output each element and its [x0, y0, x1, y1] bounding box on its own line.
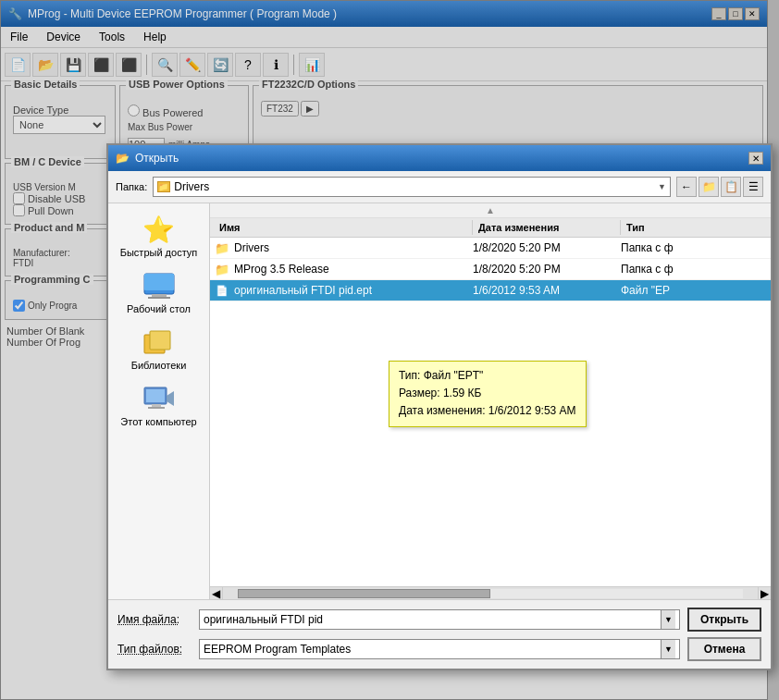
- dialog-bottom: Имя файла: оригинальный FTDI pid ▼ Откры…: [108, 599, 771, 669]
- tooltip-type-value: Файл "EPT": [424, 369, 484, 382]
- file-type-label: Тип файлов:: [117, 643, 192, 656]
- folder-combo[interactable]: 📁 Drivers ▼: [153, 177, 671, 197]
- svg-rect-2: [152, 294, 167, 297]
- tooltip-date-label: Дата изменения:: [399, 404, 486, 417]
- col-header-type[interactable]: Тип: [621, 220, 767, 235]
- file-name-value: оригинальный FTDI pid: [204, 613, 661, 626]
- file-row-ept[interactable]: 📄 оригинальный FTDI pid.ept 1/6/2012 9:5…: [210, 280, 771, 301]
- svg-rect-9: [152, 404, 161, 407]
- file-tooltip: Тип: Файл "EPT" Размер: 1.59 КБ Дата изм…: [389, 361, 587, 427]
- file-row-mprog[interactable]: 📁 MProg 3.5 Release 1/8/2020 5:20 PM Пап…: [210, 259, 771, 280]
- file-name-combo[interactable]: оригинальный FTDI pid ▼: [199, 609, 680, 630]
- tooltip-date-value: 1/6/2012 9:53 AM: [488, 404, 576, 417]
- drivers-file-type: Папка с ф: [621, 241, 767, 254]
- file-type-value: EEPROM Program Templates: [204, 643, 661, 656]
- quick-access-shortcut[interactable]: ⭐ Быстрый доступ: [112, 211, 205, 262]
- scroll-left-btn[interactable]: ◀: [210, 587, 223, 599]
- svg-rect-10: [148, 407, 165, 409]
- file-type-dropdown[interactable]: ▼: [661, 640, 675, 658]
- dialog-toolbar: Папка: 📁 Drivers ▼ ← 📁 📋 ☰: [108, 171, 771, 203]
- new-folder-button[interactable]: 📁: [699, 177, 719, 197]
- mprog-file-type: Папка с ф: [621, 263, 767, 276]
- this-computer-icon: [142, 384, 176, 413]
- mprog-file-date: 1/8/2020 5:20 PM: [473, 263, 621, 276]
- svg-rect-5: [150, 331, 170, 350]
- drivers-file-name: Drivers: [234, 241, 473, 254]
- dialog-sidebar: ⭐ Быстрый доступ Рабочий стол: [108, 203, 210, 599]
- svg-marker-8: [167, 391, 174, 406]
- quick-access-icon: ⭐: [142, 215, 176, 244]
- folder-dropdown-arrow: ▼: [658, 182, 666, 191]
- horizontal-scrollbar[interactable]: ◀ ▶: [210, 586, 771, 599]
- folder-label: Папка:: [116, 181, 147, 192]
- tooltip-size-label: Размер:: [399, 387, 440, 399]
- this-computer-shortcut[interactable]: Этот компьютер: [112, 380, 205, 431]
- ept-file-date: 1/6/2012 9:53 AM: [473, 284, 621, 297]
- filename-row: Имя файла: оригинальный FTDI pid ▼ Откры…: [117, 608, 761, 632]
- dialog-title: Открыть: [135, 152, 179, 165]
- dialog-close-button[interactable]: ✕: [748, 152, 763, 165]
- svg-rect-7: [146, 389, 165, 402]
- file-type-combo[interactable]: EEPROM Program Templates ▼: [199, 639, 680, 659]
- sort-indicator: ▲: [210, 203, 771, 218]
- dialog-title-bar: 📂 Открыть ✕: [108, 145, 771, 171]
- details-button[interactable]: 📋: [721, 177, 741, 197]
- nav-buttons: ← 📁 📋 ☰: [676, 177, 763, 197]
- quick-access-label: Быстрый доступ: [120, 247, 198, 258]
- file-list-header: Имя Дата изменения Тип: [210, 218, 771, 238]
- drivers-file-date: 1/8/2020 5:20 PM: [473, 241, 621, 254]
- open-button[interactable]: Открыть: [687, 608, 761, 632]
- filetype-row: Тип файлов: EEPROM Program Templates ▼ О…: [117, 637, 761, 661]
- tooltip-type: Тип: Файл "EPT": [399, 367, 576, 385]
- ept-file-name: оригинальный FTDI pid.ept: [234, 284, 473, 297]
- tooltip-type-label: Тип:: [399, 369, 420, 382]
- drivers-folder-icon: 📁: [214, 240, 230, 255]
- ept-file-type: Файл "EP: [621, 284, 767, 297]
- scroll-track[interactable]: [238, 589, 743, 598]
- ept-file-icon: 📄: [214, 283, 230, 298]
- libraries-shortcut[interactable]: Библиотеки: [112, 324, 205, 375]
- scroll-right-btn[interactable]: ▶: [758, 587, 771, 599]
- tooltip-size: Размер: 1.59 КБ: [399, 385, 576, 402]
- tooltip-size-value: 1.59 КБ: [443, 387, 482, 399]
- scroll-thumb: [238, 589, 490, 598]
- back-button[interactable]: ←: [676, 177, 697, 197]
- file-name-dropdown[interactable]: ▼: [661, 610, 675, 629]
- svg-rect-3: [148, 297, 170, 299]
- mprog-file-name: MProg 3.5 Release: [234, 263, 473, 276]
- libraries-icon: [142, 327, 176, 357]
- folder-combo-icon: 📁: [157, 181, 170, 192]
- folder-name: Drivers: [174, 180, 654, 193]
- desktop-icon: [142, 271, 176, 301]
- desktop-label: Рабочий стол: [127, 303, 191, 314]
- dialog-icon: 📂: [116, 152, 130, 165]
- this-computer-label: Этот компьютер: [120, 416, 196, 427]
- desktop-shortcut[interactable]: Рабочий стол: [112, 267, 205, 318]
- file-name-label: Имя файла:: [117, 613, 192, 626]
- tooltip-date: Дата изменения: 1/6/2012 9:53 AM: [399, 402, 576, 420]
- view-button[interactable]: ☰: [743, 177, 763, 197]
- libraries-label: Библиотеки: [131, 360, 187, 371]
- col-header-date[interactable]: Дата изменения: [473, 220, 621, 235]
- mprog-folder-icon: 📁: [214, 262, 230, 276]
- file-row-drivers[interactable]: 📁 Drivers 1/8/2020 5:20 PM Папка с ф: [210, 238, 771, 259]
- cancel-button[interactable]: Отмена: [687, 637, 761, 661]
- svg-rect-1: [144, 274, 174, 290]
- col-header-name[interactable]: Имя: [214, 220, 473, 235]
